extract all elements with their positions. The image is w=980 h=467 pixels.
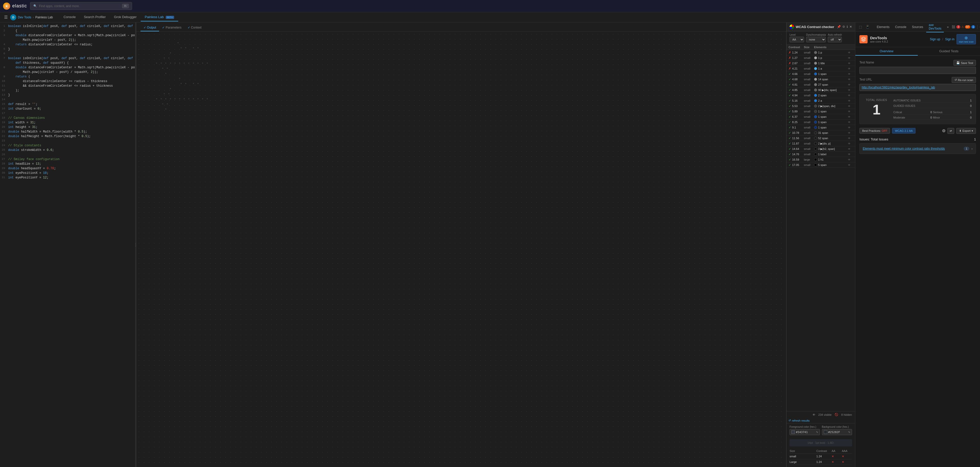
share-button[interactable]: ⇌ (947, 128, 954, 134)
sign-in-link[interactable]: Sign in (945, 38, 955, 41)
pass-icon: ✓ (789, 137, 791, 140)
elements-20: 1 h1 (814, 158, 848, 161)
contrast-row-1: ✗ 1.27 small 1 p 👁 (786, 55, 855, 61)
visibility-icon-11[interactable]: 👁 (848, 110, 853, 113)
dysc-select[interactable]: none (806, 37, 826, 42)
visibility-icon-18[interactable]: 👁 (848, 148, 853, 150)
best-practices-toggle[interactable]: Best Practices: OFF (859, 128, 890, 133)
visibility-icon-21[interactable]: 👁 (848, 164, 853, 167)
wcag-tag[interactable]: WCAG 2.1 AA (892, 128, 915, 133)
visibility-icon-17[interactable]: 👁 (848, 142, 853, 145)
auto-refresh-select[interactable]: off on (828, 37, 842, 42)
elements-17: 2 ▶[div, p] (814, 142, 848, 145)
dt-tab-sources[interactable]: Sources (909, 24, 926, 30)
issue-item[interactable]: Elements must meet minimum color contras… (859, 143, 976, 154)
visibility-icon-1[interactable]: 👁 (848, 57, 853, 59)
size-11: small (804, 110, 814, 113)
output-body: * * * * * * * * * * * * * * * * * * * * … (137, 32, 786, 467)
visibility-icon-8[interactable]: 👁 (848, 94, 853, 97)
dt-tab-elements[interactable]: Elements (874, 24, 892, 30)
visibility-icon-7[interactable]: 👁 (848, 89, 853, 92)
visibility-icon-13[interactable]: 👁 (848, 121, 853, 124)
start-new-scan-button[interactable]: ⊕ start new scan (956, 34, 976, 44)
contrast-row-21: ✓ 17.05 small 5 span 👁 (786, 162, 855, 168)
pin-icon[interactable]: 📌 (837, 25, 841, 29)
export-button[interactable]: ⬆ Export ▾ (956, 128, 976, 134)
level-select[interactable]: AA AAA (789, 37, 804, 42)
visibility-icon-10[interactable]: 👁 (848, 105, 853, 108)
tab-console[interactable]: Console (59, 13, 80, 21)
visibility-icon-12[interactable]: 👁 (848, 116, 853, 118)
breadcrumb-painless-lab[interactable]: Painless Lab (35, 16, 53, 19)
code-line-23: 23 (0, 139, 135, 144)
context-tab-label: Context (191, 26, 201, 29)
fg-color-input[interactable]: #343741 ✎ (789, 429, 820, 435)
rerun-scan-button[interactable]: ↺ Re-run scan (952, 77, 976, 83)
visibility-icon-14[interactable]: 👁 (848, 126, 853, 129)
tab-overview[interactable]: Overview (855, 47, 918, 56)
guided-issues-val: 0 (970, 104, 972, 107)
save-test-button[interactable]: 💾 Save Test (953, 60, 976, 66)
dt-tab-axe[interactable]: axe DevTools (926, 22, 944, 32)
sign-up-link[interactable]: Sign up (930, 38, 940, 41)
test-url-link[interactable]: http://localhost:5601/mkz/app/dev_tools#… (862, 86, 935, 89)
swatch-6 (814, 83, 817, 86)
hamburger-menu[interactable]: ☰ (4, 15, 8, 20)
contrast-number-1: 1.27 (792, 56, 797, 59)
tab-parameters[interactable]: Parameters (159, 24, 185, 31)
code-line-30: 30 int eyePositionX = 10; (0, 171, 135, 176)
contrast-number-2: 2.67 (792, 62, 797, 65)
tab-search-profiler[interactable]: Search Profiler (80, 13, 110, 21)
info-icon[interactable]: ℹ (847, 25, 848, 29)
tab-output[interactable]: Output (140, 24, 159, 31)
refresh-results-button[interactable]: ↺ refresh results (786, 418, 855, 423)
bg-color-edit-icon[interactable]: ✎ (848, 431, 850, 434)
close-icon[interactable]: ✕ (850, 25, 852, 29)
contrast-number-14: 9.1 (792, 126, 796, 129)
resize-handle-code[interactable]: ⋮ (135, 22, 136, 467)
dt-icon-pointer[interactable]: ⬚ (858, 24, 864, 30)
tab-context[interactable]: Context (185, 24, 205, 31)
info-count-badge: 1 (971, 25, 975, 29)
global-search-bar[interactable]: 🔍 Find apps, content, and more. ⌘/ (30, 2, 132, 10)
visibility-icon-19[interactable]: 👁 (848, 153, 853, 156)
slider-control[interactable] (942, 127, 945, 134)
tab-painless-lab[interactable]: Painless Lab BETA (141, 13, 178, 21)
fg-color-edit-icon[interactable]: ✎ (816, 431, 818, 434)
visibility-icon-9[interactable]: 👁 (848, 99, 853, 102)
visibility-icon-6[interactable]: 👁 (848, 83, 853, 86)
code-editor[interactable]: 1 boolean isInCircle(def posX, def posY,… (0, 22, 135, 467)
elastic-logo[interactable]: elastic (3, 3, 27, 10)
breadcrumb-dev-tools[interactable]: Dev Tools (18, 16, 31, 19)
contrast-col-header: Contrast (816, 450, 832, 453)
visibility-icon-20[interactable]: 👁 (848, 158, 853, 161)
dt-tab-more[interactable]: » (944, 24, 951, 30)
bg-color-box (824, 430, 827, 434)
visibility-icon-15[interactable]: 👁 (848, 132, 853, 134)
code-lines: 1 boolean isInCircle(def posX, def posY,… (0, 22, 135, 183)
issue-text[interactable]: Elements must meet minimum color contras… (863, 147, 962, 150)
contrast-val-16: ✓ 11.56 (789, 137, 804, 140)
pass-icon: ✓ (789, 72, 791, 76)
swatch-11 (814, 110, 817, 113)
test-name-input[interactable] (859, 67, 976, 74)
dt-icon-mobile[interactable]: 📱 (864, 24, 871, 30)
size-8: small (804, 94, 814, 97)
visibility-icon-0[interactable]: 👁 (848, 51, 853, 54)
result-size-small: small (789, 455, 816, 458)
slider-dot[interactable] (942, 129, 945, 132)
bg-color-input[interactable]: #25282F ✎ (822, 429, 852, 435)
dt-tab-console[interactable]: Console (892, 24, 909, 30)
settings-icon[interactable]: ⚙ (842, 25, 845, 29)
visibility-icon-16[interactable]: 👁 (848, 137, 853, 140)
visibility-icon-5[interactable]: 👁 (848, 78, 853, 81)
axe-subtitle: axe-core 4.8.2 (870, 40, 888, 43)
visibility-icon-4[interactable]: 👁 (848, 73, 853, 75)
tab-guided-tests[interactable]: Guided Tests (918, 47, 980, 56)
bg-color-group: Background color (hex.) #25282F ✎ (822, 426, 852, 435)
visible-count-row: 👁 234 visible 🚫 8 hidden (786, 411, 855, 418)
visibility-icon-2[interactable]: 👁 (848, 62, 853, 65)
severity-grid: Critical 0 Serious 1 Moderate 0 (893, 110, 972, 120)
tab-grok-debugger[interactable]: Grok Debugger (110, 13, 141, 21)
visibility-icon-3[interactable]: 👁 (848, 67, 853, 70)
